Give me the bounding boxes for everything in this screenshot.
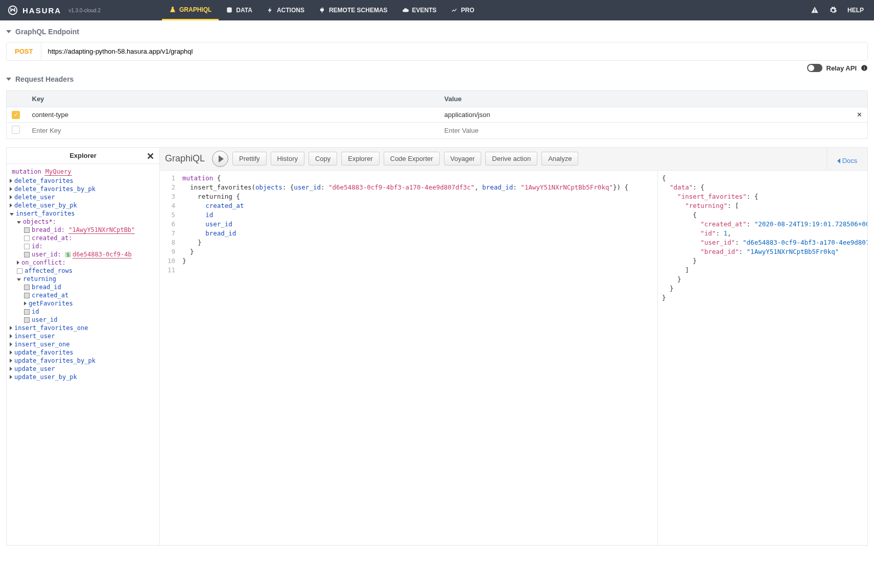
header-key-input[interactable] bbox=[32, 127, 434, 134]
svg-rect-2 bbox=[814, 9, 815, 11]
cloud-icon bbox=[402, 7, 409, 14]
explorer-close-button[interactable]: ✕ bbox=[147, 151, 154, 162]
operation-row[interactable]: mutation MyQuery bbox=[10, 167, 156, 177]
nav-remote-schemas[interactable]: REMOTE SCHEMAS bbox=[312, 0, 395, 20]
tree-returning[interactable]: returning bbox=[17, 275, 156, 283]
relay-row: Relay API bbox=[0, 61, 874, 72]
bolt-icon bbox=[267, 7, 274, 14]
chevron-down-icon bbox=[6, 78, 11, 81]
header-delete-button[interactable]: ✕ bbox=[857, 111, 862, 119]
analyze-button[interactable]: Analyze bbox=[541, 152, 578, 166]
headers-section: Request Headers bbox=[0, 72, 874, 86]
tree-ret-created-at[interactable]: created_at bbox=[24, 291, 156, 299]
explorer-body: mutation MyQuery delete_favorites delete… bbox=[7, 164, 159, 384]
tree-ret-bread-id[interactable]: bread_id bbox=[24, 283, 156, 291]
graphiql-title: GraphiQL bbox=[165, 153, 205, 164]
execute-button[interactable] bbox=[212, 151, 228, 167]
header-enabled-checkbox[interactable] bbox=[12, 126, 20, 134]
headers-row-empty bbox=[7, 122, 868, 138]
relay-api-label: Relay API bbox=[826, 64, 857, 72]
graphiql-workspace: Explorer ✕ mutation MyQuery delete_favor… bbox=[6, 147, 868, 546]
headers-title: Request Headers bbox=[15, 75, 74, 83]
info-icon[interactable] bbox=[861, 64, 868, 72]
tree-delete-user-by-pk[interactable]: delete_user_by_pk bbox=[10, 201, 156, 209]
explorer-button[interactable]: Explorer bbox=[341, 152, 379, 166]
endpoint-section-toggle[interactable]: GraphQL Endpoint bbox=[6, 25, 868, 39]
tree-arg-user-id[interactable]: user_id: $d6e54883-0cf9-4b bbox=[24, 250, 156, 258]
editors: 1 2 3 4 5 6 7 8 9 10 11 mutation { inser… bbox=[160, 171, 867, 545]
brand-version: v1.3.0-cloud.2 bbox=[68, 8, 101, 13]
history-button[interactable]: History bbox=[271, 152, 304, 166]
gear-icon[interactable] bbox=[829, 6, 837, 14]
tree-update-user-by-pk[interactable]: update_user_by_pk bbox=[10, 373, 156, 381]
tree-ret-user-id[interactable]: user_id bbox=[24, 316, 156, 324]
tree-arg-bread-id[interactable]: bread_id: "1AwyY51NXrNCptBb" bbox=[24, 226, 156, 234]
explorer-header: Explorer ✕ bbox=[7, 148, 159, 164]
tree-arg-id[interactable]: id: bbox=[24, 242, 156, 250]
tree-affected-rows[interactable]: affected_rows bbox=[17, 267, 156, 275]
brand-name: HASURA bbox=[22, 6, 61, 15]
header-value-input[interactable] bbox=[444, 127, 846, 134]
tree-insert-user[interactable]: insert_user bbox=[10, 332, 156, 340]
tree-objects[interactable]: objects*: bbox=[17, 218, 156, 226]
help-link[interactable]: HELP bbox=[847, 7, 864, 14]
nav-actions[interactable]: ACTIONS bbox=[259, 0, 312, 20]
explorer-title: Explorer bbox=[69, 152, 97, 159]
operation-name-input[interactable]: MyQuery bbox=[44, 168, 73, 176]
flask-icon bbox=[169, 6, 176, 13]
tree-update-user[interactable]: update_user bbox=[10, 365, 156, 373]
tree-delete-user[interactable]: delete_user bbox=[10, 193, 156, 201]
tree-insert-favorites[interactable]: insert_favorites bbox=[10, 209, 156, 218]
nav-pro[interactable]: PRO bbox=[444, 0, 482, 20]
copy-button[interactable]: Copy bbox=[309, 152, 337, 166]
dollar-icon: $ bbox=[65, 252, 71, 257]
nav-graphiql[interactable]: GRAPHIQL bbox=[162, 0, 219, 20]
svg-rect-5 bbox=[864, 67, 864, 69]
chevron-left-icon bbox=[837, 158, 840, 163]
plug-icon bbox=[319, 7, 326, 14]
tree-delete-favorites[interactable]: delete_favorites bbox=[10, 177, 156, 185]
explorer-pane: Explorer ✕ mutation MyQuery delete_favor… bbox=[7, 148, 160, 545]
tree-insert-user-one[interactable]: insert_user_one bbox=[10, 340, 156, 348]
relay-api-toggle[interactable] bbox=[807, 64, 822, 72]
endpoint-section: GraphQL Endpoint POST bbox=[0, 20, 874, 61]
nav-data[interactable]: DATA bbox=[219, 0, 259, 20]
hasura-logo-icon bbox=[7, 5, 18, 16]
derive-action-button[interactable]: Derive action bbox=[485, 152, 537, 166]
warning-icon[interactable] bbox=[811, 6, 819, 14]
docs-toggle[interactable]: Docs bbox=[826, 148, 867, 171]
top-right: HELP bbox=[811, 6, 864, 14]
tree-ret-id[interactable]: id bbox=[24, 308, 156, 316]
tree-update-favorites-by-pk[interactable]: update_favorites_by_pk bbox=[10, 357, 156, 365]
header-value[interactable]: application/json bbox=[444, 111, 490, 119]
tree-update-favorites[interactable]: update_favorites bbox=[10, 348, 156, 357]
graphiql-toolbar: GraphiQL Prettify History Copy Explorer … bbox=[160, 148, 826, 171]
line-gutter: 1 2 3 4 5 6 7 8 9 10 11 bbox=[160, 171, 177, 545]
play-icon bbox=[219, 155, 224, 162]
header-value-col: Value bbox=[439, 91, 852, 107]
graphiql-pane: GraphiQL Prettify History Copy Explorer … bbox=[160, 148, 867, 545]
main-nav: GRAPHIQL DATA ACTIONS REMOTE SCHEMAS EVE… bbox=[162, 0, 482, 20]
query-code[interactable]: mutation { insert_favorites(objects: {us… bbox=[177, 171, 628, 545]
headers-table: Key Value ✓ content-type application/jso… bbox=[6, 90, 868, 139]
nav-events[interactable]: EVENTS bbox=[395, 0, 444, 20]
headers-section-toggle[interactable]: Request Headers bbox=[6, 72, 868, 86]
tree-arg-created-at[interactable]: created_at: bbox=[24, 234, 156, 242]
svg-rect-6 bbox=[864, 66, 864, 67]
tree-insert-favorites-one[interactable]: insert_favorites_one bbox=[10, 324, 156, 332]
endpoint-url-input[interactable] bbox=[41, 42, 867, 60]
query-editor[interactable]: 1 2 3 4 5 6 7 8 9 10 11 mutation { inser… bbox=[160, 171, 658, 545]
tree-ret-getfavorites[interactable]: getFavorites bbox=[24, 299, 156, 308]
tree-on-conflict[interactable]: on_conflict: bbox=[17, 258, 156, 267]
tree-delete-favorites-by-pk[interactable]: delete_favorites_by_pk bbox=[10, 185, 156, 193]
headers-row: ✓ content-type application/json ✕ bbox=[7, 107, 868, 123]
result-viewer[interactable]: { "data": { "insert_favorites": { "retur… bbox=[658, 171, 867, 545]
header-key-col: Key bbox=[27, 91, 439, 107]
header-enabled-checkbox[interactable]: ✓ bbox=[12, 111, 20, 119]
prettify-button[interactable]: Prettify bbox=[232, 152, 266, 166]
chart-icon bbox=[451, 7, 458, 14]
chevron-down-icon bbox=[6, 30, 11, 33]
code-exporter-button[interactable]: Code Exporter bbox=[384, 152, 440, 166]
header-key[interactable]: content-type bbox=[32, 111, 69, 119]
voyager-button[interactable]: Voyager bbox=[444, 152, 482, 166]
